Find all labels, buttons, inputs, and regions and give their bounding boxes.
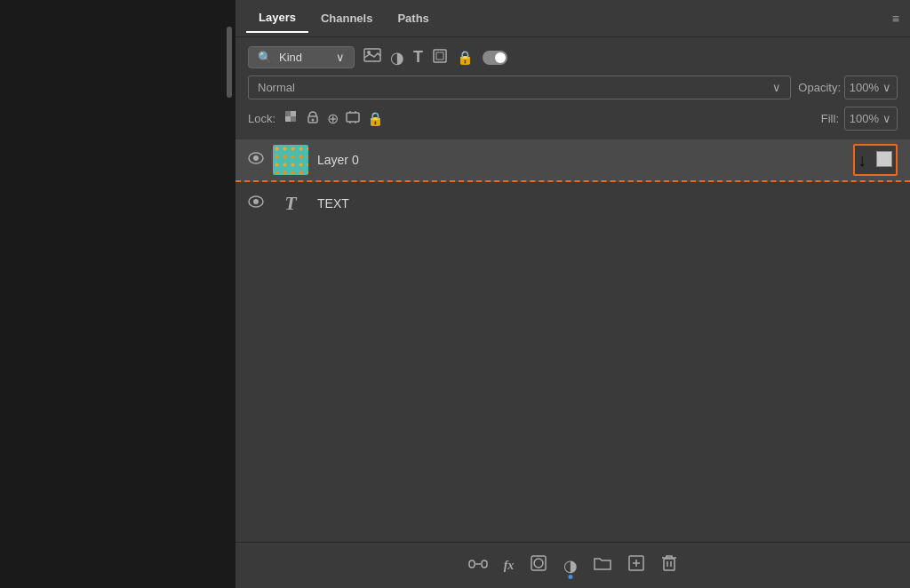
new-layer-icon[interactable] [627,554,645,576]
visibility-icon[interactable] [248,152,264,168]
drag-arrow-icon: ↓ [858,150,866,171]
layer-thumbnail [273,145,308,175]
text-type-icon: T [273,192,308,215]
svg-point-18 [534,559,543,568]
scrollbar-thumb[interactable] [227,27,232,98]
opacity-value: 100% [850,81,879,94]
lock-pixels-icon[interactable] [306,110,320,127]
create-group-icon[interactable] [594,555,611,576]
lock-icons: ⊕ 🔒 [284,110,384,127]
lock-position-icon[interactable]: ⊕ [327,110,339,127]
image-filter-icon[interactable] [363,48,381,67]
kind-dropdown[interactable]: 🔍 Kind ∨ [248,46,355,68]
add-mask-icon[interactable] [530,554,547,576]
svg-rect-20 [664,559,675,570]
adjustment-layer-icon[interactable]: ◑ [563,556,578,576]
chevron-down-icon: ∨ [882,112,891,125]
opacity-section: Opacity: 100% ∨ [798,75,898,99]
fill-value: 100% [850,112,879,125]
panel-menu-icon[interactable]: ≡ [892,12,899,26]
layers-panel: Layers Channels Paths ≡ 🔍 Kind ∨ [235,0,910,588]
svg-rect-5 [291,111,296,116]
tabs-row: Layers Channels Paths ≡ [235,0,910,37]
circle-half-icon[interactable]: ◑ [390,48,404,68]
filter-icons-group: ◑ T 🔒 [363,48,474,68]
blend-mode-label: Normal [258,81,295,94]
opacity-label: Opacity: [798,81,841,94]
search-icon: 🔍 [258,51,272,64]
blend-opacity-row: Normal ∨ Opacity: 100% ∨ [248,75,898,99]
lock-filter-icon[interactable]: 🔒 [457,50,474,66]
svg-rect-16 [482,560,487,568]
opacity-input[interactable]: 100% ∨ [844,75,898,99]
blend-mode-dropdown[interactable]: Normal ∨ [248,75,791,99]
chevron-down-icon: ∨ [772,81,781,94]
fill-input[interactable]: 100% ∨ [844,107,898,131]
filter-toggle[interactable] [483,51,507,65]
visibility-icon[interactable] [248,195,264,211]
svg-rect-7 [291,116,296,122]
svg-point-12 [253,155,259,161]
svg-rect-2 [434,50,446,62]
lock-fill-row: Lock: ⊕ [248,107,898,131]
drag-square-icon [876,151,892,167]
svg-point-14 [253,199,259,204]
tab-paths[interactable]: Paths [385,4,441,32]
kind-filter-row: 🔍 Kind ∨ ◑ T [248,46,898,68]
lock-transparent-icon[interactable] [284,110,299,127]
layer-name: TEXT [317,196,898,211]
lock-artboard-icon[interactable] [346,110,360,127]
shape-filter-icon[interactable] [432,48,448,68]
svg-rect-3 [436,52,443,60]
svg-rect-10 [347,113,359,122]
drag-to-smart-object-icon: ↓ [853,144,898,176]
svg-rect-4 [285,111,291,116]
left-sidebar [0,0,235,588]
link-layers-icon[interactable] [468,555,488,576]
bottom-toolbar: fx ◑ [235,542,910,588]
layer-name: Layer 0 [317,153,844,167]
fill-section: Fill: 100% ∨ [821,107,898,131]
tab-layers[interactable]: Layers [246,4,308,33]
tab-channels[interactable]: Channels [308,4,386,32]
fx-icon[interactable]: fx [504,559,515,573]
chevron-down-icon: ∨ [336,51,345,64]
svg-point-9 [312,119,315,122]
layers-list: Layer 0 ↓ T TEXT [235,139,910,542]
kind-label: Kind [279,51,302,64]
layer-item[interactable]: T TEXT [235,182,910,225]
layer-item[interactable]: Layer 0 ↓ [235,139,910,182]
lock-label: Lock: [248,112,275,125]
chevron-down-icon: ∨ [882,81,891,94]
delete-layer-icon[interactable] [661,554,677,576]
svg-rect-15 [469,560,475,568]
panel-controls: 🔍 Kind ∨ ◑ T [235,37,910,139]
text-filter-icon[interactable]: T [413,48,423,67]
svg-rect-6 [285,116,291,122]
lock-all-icon[interactable]: 🔒 [367,111,384,127]
fill-label: Fill: [821,112,839,125]
